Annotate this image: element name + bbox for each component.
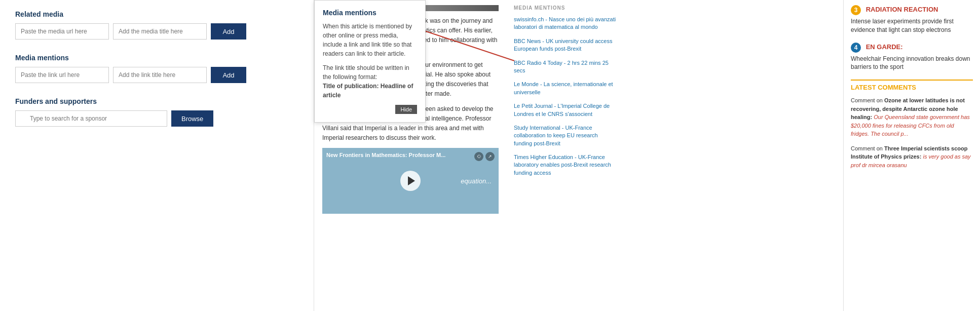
left-panel: Related media Add Media mentions Add Fun… xyxy=(0,0,314,311)
latest-comments-title: LATEST COMMENTS xyxy=(851,80,973,91)
related-media-title: Related media xyxy=(15,10,298,18)
video-label: New Frontiers in Mathematics: Professor … xyxy=(326,152,445,158)
media-mentions-row: Add xyxy=(15,67,298,83)
clock-icon: ⏲ xyxy=(474,152,483,161)
related-media-section: Related media Add xyxy=(15,10,298,40)
trending-item-0: 3 RADIATION REACTION Intense laser exper… xyxy=(851,5,973,34)
media-add-button[interactable]: Add xyxy=(211,23,246,40)
video-icons: ⏲ ↗ xyxy=(474,152,495,161)
tooltip-box: Media mentions When this article is ment… xyxy=(314,0,426,123)
trending-title-1: EN GARDE: xyxy=(866,43,903,51)
media-mentions-section: Media mentions Add xyxy=(15,54,298,83)
media-sidebar-title: MEDIA MENTIONS xyxy=(514,5,616,11)
comment-item-1: Comment on Three Imperial scientists sco… xyxy=(851,144,973,170)
arrow-svg xyxy=(423,30,519,71)
mention-title-input[interactable] xyxy=(113,67,207,83)
media-link-0[interactable]: swissinfo.ch - Nasce uno dei più avanzat… xyxy=(514,16,616,31)
trending-number-1: 4 xyxy=(851,43,861,53)
media-url-input[interactable] xyxy=(15,23,109,40)
hide-button[interactable]: Hide xyxy=(395,105,417,114)
media-link-5[interactable]: Study International - UK-France collabor… xyxy=(514,124,616,147)
tooltip-paragraph1: When this article is mentioned by other … xyxy=(323,22,417,58)
play-button[interactable] xyxy=(400,171,421,191)
trending-number-0: 3 xyxy=(851,5,861,15)
share-icon: ↗ xyxy=(485,152,495,161)
media-link-1[interactable]: BBC News - UK university could access Eu… xyxy=(514,37,616,53)
trending-item-1: 4 EN GARDE: Wheelchair Fencing innovatio… xyxy=(851,43,973,72)
media-sidebar: MEDIA MENTIONS swissinfo.ch - Nasce uno … xyxy=(507,0,623,311)
media-link-6[interactable]: Times Higher Education - UK-France labor… xyxy=(514,153,616,177)
article-video[interactable]: New Frontiers in Mathematics: Professor … xyxy=(322,148,499,214)
media-link-4[interactable]: Le Petit Journal - L'Imperial College de… xyxy=(514,102,616,118)
tooltip-format: Title of publication: Headline of articl… xyxy=(323,83,413,99)
equation-text: equation... xyxy=(461,177,492,185)
mention-url-input[interactable] xyxy=(15,67,109,83)
funders-row: 🔍 Browse xyxy=(15,110,298,127)
related-media-row: Add xyxy=(15,23,298,40)
comment-item-0: Comment on Ozone at lower latitudes is n… xyxy=(851,96,973,138)
media-link-2[interactable]: BBC Radio 4 Today - 2 hrs 22 mins 25 sec… xyxy=(514,59,616,75)
tooltip-title: Media mentions xyxy=(323,9,417,17)
media-mentions-title: Media mentions xyxy=(15,54,298,62)
tooltip-paragraph2: The link title should be written in the … xyxy=(323,63,417,100)
media-title-input[interactable] xyxy=(113,23,207,40)
media-link-3[interactable]: Le Monde - La science, internationale et… xyxy=(514,81,616,96)
browse-button[interactable]: Browse xyxy=(171,110,213,127)
center-wrap: Media mentions When this article is ment… xyxy=(314,0,843,311)
svg-line-0 xyxy=(423,30,514,61)
funders-title: Funders and supporters xyxy=(15,97,298,105)
trending-title-0: RADIATION REACTION xyxy=(866,6,938,13)
trending-desc-1: Wheelchair Fencing innovation breaks dow… xyxy=(851,55,973,72)
right-panel: 3 RADIATION REACTION Intense laser exper… xyxy=(843,0,980,311)
funders-section: Funders and supporters 🔍 Browse xyxy=(15,97,298,127)
sponsor-search-wrap: 🔍 xyxy=(15,110,167,127)
mention-add-button[interactable]: Add xyxy=(211,67,246,83)
sponsor-input[interactable] xyxy=(15,110,167,127)
trending-desc-0: Intense laser experiments provide first … xyxy=(851,17,973,34)
